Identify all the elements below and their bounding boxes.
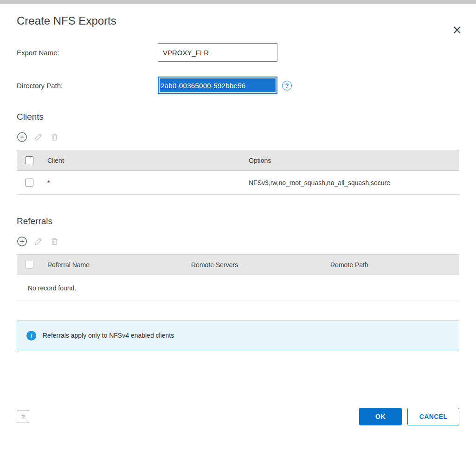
referrals-select-all-checkbox	[26, 261, 33, 269]
referrals-empty-row: No record found.	[17, 275, 459, 301]
clients-header-checkbox-cell	[17, 156, 42, 164]
ok-button[interactable]: OK	[359, 408, 402, 425]
help-icon[interactable]: ?	[17, 411, 29, 423]
dialog-header: Create NFS Exports ×	[17, 14, 459, 27]
export-name-row: Export Name:	[17, 43, 459, 62]
referrals-header-name: Referral Name	[42, 261, 186, 269]
referrals-add-icon[interactable]	[17, 236, 27, 247]
clients-edit-icon[interactable]	[34, 132, 43, 141]
directory-path-help-icon[interactable]: ?	[282, 81, 292, 90]
clients-toolbar	[17, 131, 459, 142]
pencil-icon	[34, 237, 43, 246]
referrals-edit-icon[interactable]	[34, 237, 43, 246]
clients-table-header: Client Options	[17, 150, 459, 171]
client-cell: *	[42, 179, 243, 186]
clients-select-all-checkbox[interactable]	[26, 156, 33, 164]
circle-plus-icon	[17, 236, 27, 247]
referrals-table: Referral Name Remote Servers Remote Path…	[17, 254, 459, 301]
clients-heading: Clients	[17, 112, 459, 122]
dialog-title: Create NFS Exports	[17, 14, 116, 27]
info-icon: i	[26, 331, 36, 340]
referrals-heading: Referrals	[17, 216, 459, 226]
backdrop-strip	[0, 0, 476, 4]
clients-delete-icon[interactable]	[50, 132, 59, 141]
close-icon[interactable]: ×	[449, 23, 465, 37]
options-cell: NFSv3,rw,no_root_squash,no_all_squash,se…	[243, 179, 459, 186]
export-name-label: Export Name:	[17, 49, 158, 57]
directory-path-selected-text: 2ab0-00365000-592bbe56	[160, 78, 276, 92]
table-row[interactable]: * NFSv3,rw,no_root_squash,no_all_squash,…	[17, 171, 459, 195]
referrals-header-path: Remote Path	[325, 261, 459, 269]
directory-path-input[interactable]: 2ab0-00365000-592bbe56	[158, 77, 277, 94]
client-row-checkbox-cell	[17, 179, 42, 186]
referrals-toolbar	[17, 236, 459, 247]
directory-path-row: Directory Path: 2ab0-00365000-592bbe56 ?	[17, 77, 459, 94]
create-nfs-exports-dialog: Create NFS Exports × Export Name: Direct…	[0, 14, 476, 425]
trash-icon	[50, 237, 59, 246]
clients-header-options: Options	[243, 157, 459, 164]
export-name-input[interactable]	[158, 43, 277, 62]
clients-table: Client Options * NFSv3,rw,no_root_squash…	[17, 150, 459, 195]
referrals-table-header: Referral Name Remote Servers Remote Path	[17, 255, 459, 275]
referrals-delete-icon[interactable]	[50, 237, 59, 246]
clients-header-client: Client	[42, 157, 243, 164]
circle-plus-icon	[17, 132, 27, 142]
dialog-footer: ? OK CANCEL	[17, 408, 459, 425]
referrals-header-checkbox-cell	[17, 261, 42, 269]
pencil-icon	[34, 132, 43, 141]
cancel-button[interactable]: CANCEL	[407, 408, 459, 425]
client-row-checkbox[interactable]	[26, 179, 33, 186]
info-banner: i Referrals apply only to NFSv4 enabled …	[17, 321, 459, 350]
directory-path-label: Directory Path:	[17, 82, 158, 90]
referrals-header-servers: Remote Servers	[186, 261, 325, 269]
clients-add-icon[interactable]	[17, 132, 27, 142]
trash-icon	[50, 132, 59, 141]
info-banner-text: Referrals apply only to NFSv4 enabled cl…	[43, 332, 174, 339]
